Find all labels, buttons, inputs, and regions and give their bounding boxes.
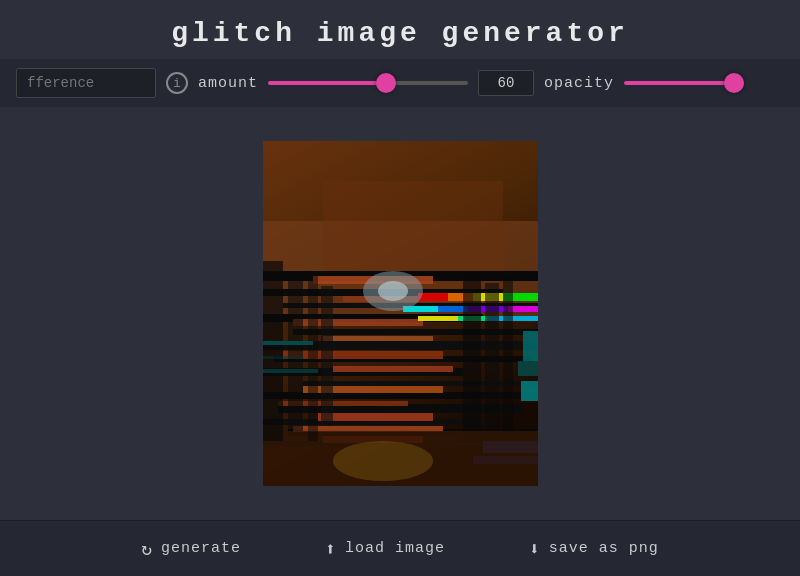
opacity-slider[interactable] (624, 81, 744, 85)
opacity-label: opacity (544, 75, 614, 92)
generate-icon: ↻ (141, 538, 153, 560)
load-image-label: load image (345, 540, 445, 557)
save-as-png-label: save as png (549, 540, 659, 557)
glitch-image-container (263, 141, 538, 486)
footer: ↻ generate ⬆ load image ⬇ save as png (0, 520, 800, 576)
controls-bar: i amount opacity (0, 59, 800, 107)
header: glitch image generator (0, 0, 800, 59)
info-icon[interactable]: i (166, 72, 188, 94)
generate-label: generate (161, 540, 241, 557)
opacity-control: opacity (544, 75, 744, 92)
svg-rect-58 (263, 141, 538, 486)
glitch-svg (263, 141, 538, 486)
save-as-png-button[interactable]: ⬇ save as png (517, 532, 671, 566)
main-canvas-area (0, 107, 800, 520)
page-title: glitch image generator (0, 18, 800, 49)
amount-control: amount (198, 70, 534, 96)
amount-label: amount (198, 75, 258, 92)
filter-input[interactable] (16, 68, 156, 98)
load-icon: ⬆ (325, 538, 337, 560)
load-image-button[interactable]: ⬆ load image (313, 532, 457, 566)
amount-slider[interactable] (268, 81, 468, 85)
amount-value-input[interactable] (478, 70, 534, 96)
save-icon: ⬇ (529, 538, 541, 560)
generate-button[interactable]: ↻ generate (129, 532, 253, 566)
